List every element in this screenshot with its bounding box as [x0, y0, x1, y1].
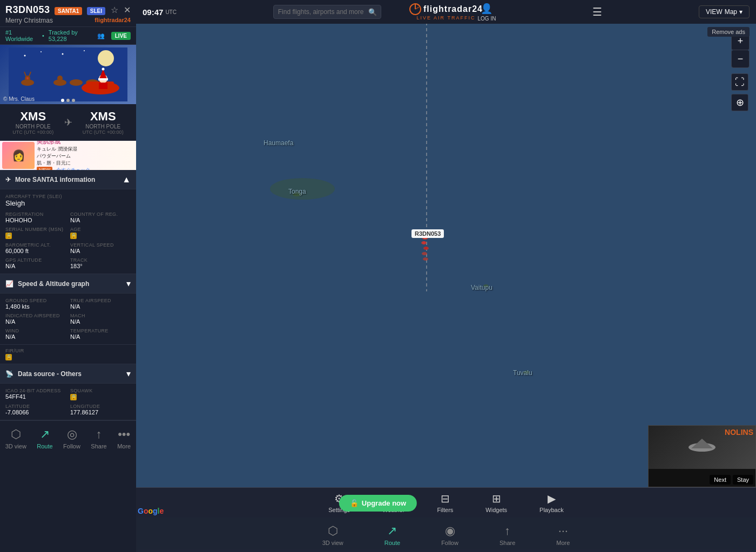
datasource-icon: 📡 [5, 370, 14, 378]
aircraft-info-grid: REGISTRATION HOHOHO COUNTRY OF REG. N/A … [5, 212, 131, 269]
dot-3[interactable] [72, 99, 75, 102]
widgets-button[interactable]: ⊞ Widgets [485, 492, 507, 513]
route-button[interactable]: ↗ Route [380, 521, 404, 549]
longitude-item: LONGITUDE 177.86127 [70, 404, 131, 415]
flight-header: R3DN053 SANTA1 SLEI ☆ ✕ Merry Christmas … [0, 0, 136, 27]
view-map-button[interactable]: VIEW Map ▾ [699, 5, 750, 18]
upgrade-button[interactable]: 🔓 Upgrade now [339, 495, 417, 512]
top-bar: flightradar24 LIVE AIR TRAFFIC 09:47 UTC… [136, 0, 756, 24]
fr24-subtitle: LIVE AIR TRAFFIC [417, 15, 476, 21]
dot-1[interactable] [61, 99, 64, 102]
track-item: TRACK 183° [70, 257, 131, 269]
santa-svg [9, 47, 127, 101]
speed-graph-icon: 📈 [5, 280, 14, 288]
sidebar-follow-button[interactable]: ◎ Follow [59, 424, 85, 453]
temperature-item: TEMPERATURE N/A [70, 328, 131, 340]
ground-speed-item: GROUND SPEED 1,480 kts [5, 298, 66, 310]
departure-airport: XMS NORTH POLE UTC (UTC +00:00) [5, 110, 61, 135]
sidebar-bottom-nav: ⬡ 3D view ↗ Route ◎ Follow ↑ Share ••• M… [0, 420, 136, 456]
more-icon: ··· [558, 524, 568, 538]
close-icon[interactable]: ✕ [124, 5, 131, 15]
flight-id: R3DN053 [5, 4, 50, 15]
route-box: XMS NORTH POLE UTC (UTC +00:00) ✈ XMS NO… [0, 104, 136, 141]
wind-item: WIND N/A [5, 328, 66, 340]
aircraft-info: AIRCRAFT TYPE (SLEI) Sleigh REGISTRATION… [0, 189, 136, 274]
threed-icon: ⬡ [328, 524, 338, 538]
svg-point-2 [293, 192, 301, 196]
menu-button[interactable]: ☰ [592, 5, 602, 18]
lock-icon-age: 🔒 [70, 233, 77, 239]
sidebar-threed-button[interactable]: ⬡ 3D view [1, 424, 31, 453]
lock-icon-msn: 🔒 [5, 233, 12, 239]
fullscreen-button[interactable]: ⛶ [731, 73, 748, 91]
sidebar-share-button[interactable]: ↑ Share [86, 424, 111, 453]
search-input[interactable] [273, 5, 381, 19]
registration-item: REGISTRATION HOHOHO [5, 212, 66, 223]
svg-point-3 [483, 284, 489, 288]
plane-arrow-icon: ✈ [64, 117, 72, 128]
share-button[interactable]: ↑ Share [495, 521, 519, 549]
plane-info-icon: ✈ [5, 176, 11, 183]
fr24-radar-icon [409, 3, 421, 15]
flight-callout[interactable]: R3DN053 [411, 229, 444, 238]
speed-graph-section-header[interactable]: 📈 Speed & Altitude graph ▾ [0, 274, 136, 294]
msn-item: SERIAL NUMBER (MSN) 🔒 [5, 227, 66, 239]
chevron-down-icon: ▾ [126, 278, 131, 289]
video-next-button[interactable]: Next [710, 475, 731, 485]
plane-silhouette [686, 437, 718, 458]
follow-button[interactable]: ◉ Follow [437, 521, 463, 549]
star-icon[interactable]: ☆ [111, 5, 118, 15]
slei-badge: SLEI [87, 7, 105, 15]
search-icon: 🔍 [368, 8, 377, 16]
tracking-bar: #1 Worldwide • Tracked by 53,228 👥 LIVE [0, 27, 136, 45]
lock-icon-fir: 🔒 [5, 354, 12, 360]
chevron-up-icon: ▲ [122, 175, 131, 185]
sidebar-more-button[interactable]: ••• More [113, 424, 135, 453]
route-icon: ↗ [387, 524, 397, 538]
video-stay-button[interactable]: Stay [733, 475, 753, 485]
svg-point-4 [523, 371, 530, 374]
chevron-down-icon: ▾ [739, 8, 742, 16]
flight-subtitle: Merry Christmas [5, 17, 53, 24]
svg-point-27 [26, 77, 29, 79]
svg-rect-37 [98, 78, 108, 80]
dot-2[interactable] [66, 99, 70, 102]
fr24-logo: flightradar24 LIVE AIR TRAFFIC [409, 3, 483, 21]
sidebar: R3DN053 SANTA1 SLEI ☆ ✕ Merry Christmas … [0, 0, 136, 552]
age-item: AGE 🔒 [70, 227, 131, 239]
santa-illustration [0, 45, 136, 104]
threed-view-button[interactable]: ⬡ 3D view [318, 521, 348, 549]
remove-ads-button[interactable]: Remove ads [707, 27, 750, 37]
playback-button[interactable]: ▶ Playback [539, 492, 564, 513]
image-copyright: © Mrs. Claus [3, 96, 35, 102]
baro-alt-item: BAROMETRIC ALT. 60,000 ft [5, 242, 66, 254]
sidebar-route-button[interactable]: ↗ Route [32, 424, 57, 453]
ad-text: 美肌形成 キュレル 潤浸保湿 パウダーバーム 肌・唇・目元に NEW 今すぐチェ… [35, 141, 92, 171]
zoom-controls: + − [731, 32, 750, 68]
data-source-section-header[interactable]: 📡 Data source - Others ▾ [0, 364, 136, 384]
sidebar-more-icon: ••• [118, 427, 130, 441]
zoom-out-button[interactable]: − [732, 50, 749, 67]
sidebar-follow-icon: ◎ [67, 427, 77, 441]
tracking-count: Tracked by 53,228 [49, 29, 93, 42]
speed-content: GROUND SPEED 1,480 kts TRUE AIRSPEED N/A… [0, 294, 136, 345]
ad-new-badge: NEW [37, 167, 52, 171]
svg-point-30 [70, 79, 83, 86]
header-icons: ☆ ✕ [111, 5, 131, 15]
share-icon: ↑ [504, 524, 510, 538]
icao-grid: ICAO 24-BIT ADDRESS 54FF41 SQUAWK 🔒 LATI… [5, 388, 131, 415]
ad-banner[interactable]: 👩 美肌形成 キュレル 潤浸保湿 パウダーバーム 肌・唇・目元に NEW 今すぐ… [0, 141, 136, 171]
flight-id-group: R3DN053 SANTA1 SLEI [5, 4, 105, 16]
svg-point-20 [40, 51, 42, 52]
filters-button[interactable]: ⊟ Filters [437, 492, 453, 513]
country-item: COUNTRY OF REG. N/A [70, 212, 131, 223]
santa1-badge: SANTA1 [55, 7, 82, 15]
map-controls: + − ⛶ ⊕ [731, 32, 750, 111]
more-button[interactable]: ··· More [552, 521, 574, 549]
upgrade-icon: 🔓 [350, 499, 359, 507]
settings-bar: ⚙ Settings ☁ Weather ⊟ Filters ⊞ Widgets… [136, 487, 756, 517]
sidebar-threed-icon: ⬡ [11, 427, 21, 441]
widgets-icon: ⊞ [492, 492, 501, 505]
locate-button[interactable]: ⊕ [731, 94, 748, 111]
more-info-section-header[interactable]: ✈ More SANTA1 information ▲ [0, 171, 136, 189]
